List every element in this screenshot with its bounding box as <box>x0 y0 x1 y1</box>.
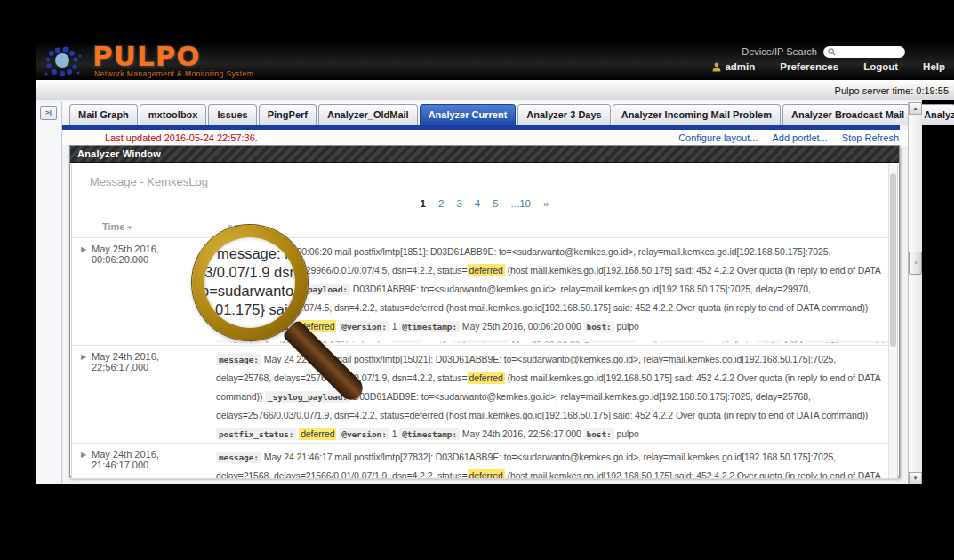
field-label: host: <box>584 428 614 440</box>
tab-list: Mail GraphmxtoolboxIssuesPingPerfAnalyze… <box>69 104 954 125</box>
device-search-label: Device/IP Search <box>742 46 817 57</box>
highlighted-term: deferred <box>299 320 336 332</box>
link-stop-refresh[interactable]: Stop Refresh <box>842 132 899 143</box>
row-expand-icon[interactable]: ▶ <box>81 245 86 253</box>
user-menu-admin[interactable]: admin <box>712 61 755 72</box>
field-value: 1 <box>389 321 399 332</box>
panel-expand-toggle[interactable]: >| <box>40 106 57 120</box>
pagination-page-10[interactable]: ...10 <box>511 198 531 209</box>
field-label: @version: <box>339 428 389 440</box>
field-label: type: <box>392 340 422 343</box>
field-value: May 25 00:06:20 <box>509 340 582 343</box>
table-header: Time ▾ _source <box>72 220 897 238</box>
pagination-page-3[interactable]: 3 <box>456 198 461 209</box>
status-bar: Last updated 2016-05-24 22:57:36. Config… <box>62 130 908 145</box>
menu-item-preferences[interactable]: Preferences <box>780 61 838 72</box>
row-expand-icon[interactable]: ▶ <box>81 451 86 459</box>
scroll-down-button[interactable]: ▼ <box>909 472 922 484</box>
portlet-subtitle: Message - KemkesLog <box>90 175 208 188</box>
pagination-next[interactable]: » <box>543 198 549 209</box>
pagination-current[interactable]: 1 <box>421 198 426 209</box>
page-scrollbar[interactable]: ▲ ≡ ▼ <box>908 102 922 484</box>
field-value: 1851 <box>782 340 807 343</box>
row-time: May 25th 2016, 00:06:20.000 <box>92 244 212 265</box>
portlet-scrollbar-track[interactable] <box>888 164 897 478</box>
tab-mxtoolbox[interactable]: mxtoolbox <box>140 104 207 125</box>
device-search-input[interactable] <box>823 46 905 58</box>
row-source: message: May 25 00:06:20 mail postfix/lm… <box>216 243 888 343</box>
field-label: message: <box>216 354 261 365</box>
tab-issues[interactable]: Issues <box>208 104 256 125</box>
field-label: path: <box>216 340 246 343</box>
field-label: program: <box>660 340 705 343</box>
highlighted-term: deferred <box>468 469 505 479</box>
portlet-scrollbar-thumb[interactable] <box>890 173 896 347</box>
field-label: logsource: <box>582 340 637 343</box>
search-icon <box>828 48 836 56</box>
row-source-overflow: path: /var/log/192.168.50.175/zimbra.log… <box>216 336 888 343</box>
tab-analyzer-oldmail[interactable]: Analyzer_OldMail <box>318 104 418 125</box>
menu-item-help[interactable]: Help <box>923 61 945 72</box>
highlighted-term: deferred <box>468 372 505 384</box>
tab-analyzer-incoming-mail-problem[interactable]: Analyzer Incoming Mail Problem <box>613 104 781 125</box>
field-label: host: <box>584 321 614 332</box>
field-value: /var/log/192.168.50.175/zimbra.log <box>246 340 392 343</box>
row-source: message: May 24 21:46:17 mail postfix/lm… <box>216 448 888 479</box>
tab-mail-graph[interactable]: Mail Graph <box>69 104 138 125</box>
field-label: pid: <box>756 340 781 343</box>
analyzer-window-portlet: Analyzer Window Message - KemkesLog 1234… <box>69 145 900 477</box>
column-header-source[interactable]: _source <box>222 221 260 232</box>
tab-pingperf[interactable]: PingPerf <box>259 104 317 125</box>
field-value: postfix/lmtp <box>705 340 757 343</box>
field-label: postfix_queueid: <box>806 340 888 343</box>
pagination-page-5[interactable]: 5 <box>493 198 498 209</box>
screenshot-canvas: PULPO Network Management & Monitoring Sy… <box>0 0 954 560</box>
sort-desc-icon: ▾ <box>128 223 132 232</box>
table-row: ▶May 24th 2016, 22:56:17.000message: May… <box>72 346 897 444</box>
scrollbar-thumb[interactable]: ≡ <box>909 252 922 275</box>
link-configure-layout[interactable]: Configure layout... <box>678 132 758 143</box>
field-label: postfix_status: <box>216 321 296 332</box>
tab-analyzer-broadcast-mail[interactable]: Analyzer Broadcast Mail <box>782 104 913 125</box>
field-label: _syslog_payload: <box>265 284 350 295</box>
tab-analyzer-current[interactable]: Analyzer Current <box>420 104 517 125</box>
portlet-body: Message - KemkesLog 12345...10» Time ▾ _… <box>71 164 898 479</box>
field-value: mail <box>637 340 660 343</box>
field-value: May 24th 2016, 22:56:17.000 <box>460 428 584 439</box>
table-row: ▶May 24th 2016, 21:46:17.000message: May… <box>72 444 897 479</box>
app-content: >| Mail GraphmxtoolboxIssuesPingPerfAnal… <box>36 100 922 484</box>
pagination-page-4[interactable]: 4 <box>475 198 480 209</box>
brand-tagline: Network Management & Monitoring System <box>94 69 253 78</box>
column-header-time[interactable]: Time ▾ <box>102 221 132 232</box>
user-menu-items: PreferencesLogoutHelp <box>780 61 945 72</box>
highlighted-term: deferred <box>299 428 336 440</box>
field-label: message: <box>216 452 261 463</box>
field-value: pulpo <box>614 321 639 332</box>
link-add-portlet[interactable]: Add portlet... <box>772 132 827 143</box>
octopus-logo-icon <box>43 46 84 82</box>
tab-bar: Mail GraphmxtoolboxIssuesPingPerfAnalyze… <box>63 102 908 125</box>
field-label: timestamp: <box>453 340 509 343</box>
row-expand-icon[interactable]: ▶ <box>81 353 86 361</box>
field-label: message: <box>216 246 261 258</box>
brand-name: PULPO <box>92 40 201 72</box>
highlighted-term: deferred <box>468 264 505 276</box>
brand-logo: PULPO Network Management & Monitoring Sy… <box>41 45 308 81</box>
field-value: pulpo <box>614 428 639 439</box>
field-label: @version: <box>339 321 389 332</box>
field-label: _syslog_payload: <box>265 391 350 403</box>
server-time-strip: Pulpo server time: 0:19:55 <box>36 80 954 100</box>
collapsed-west-panel: >| <box>36 102 62 484</box>
menu-item-logout[interactable]: Logout <box>863 61 898 72</box>
server-time: Pulpo server time: 0:19:55 <box>835 85 949 96</box>
pagination: 12345...10» <box>72 198 897 209</box>
scroll-up-button[interactable]: ▲ <box>909 102 922 115</box>
user-menu: admin PreferencesLogoutHelp <box>712 61 945 72</box>
tab-analyzer-3-days[interactable]: Analyzer 3 Days <box>517 104 610 125</box>
device-search-row: Device/IP Search <box>742 44 905 59</box>
field-value: May 25th 2016, 00:06:20.000 <box>460 321 584 332</box>
pagination-page-2[interactable]: 2 <box>438 198 444 209</box>
portlet-title[interactable]: Analyzer Window <box>70 146 899 163</box>
log-rows: ▶May 25th 2016, 00:06:20.000message: May… <box>72 238 897 479</box>
field-label: @timestamp: <box>399 321 460 332</box>
